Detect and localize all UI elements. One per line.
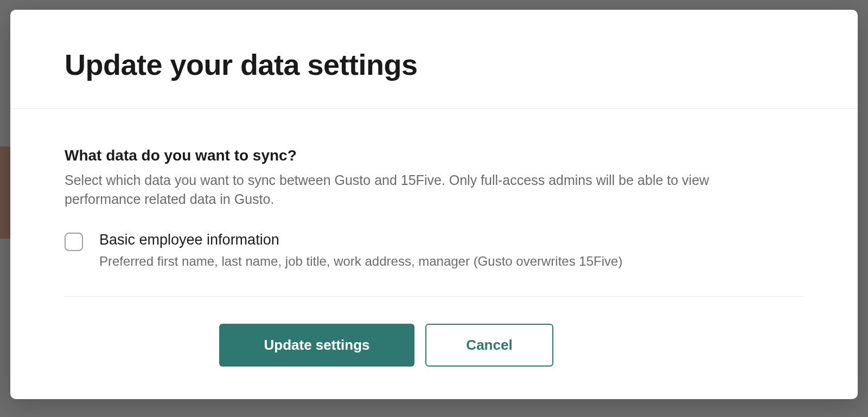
sync-option-sublabel: Preferred first name, last name, job tit… <box>99 254 803 269</box>
sync-section-description: Select which data you want to sync betwe… <box>65 171 743 209</box>
update-data-settings-modal: Update your data settings What data do y… <box>10 10 858 399</box>
sync-option-row: Basic employee information Preferred fir… <box>65 232 803 296</box>
basic-employee-info-checkbox[interactable] <box>65 233 83 251</box>
cancel-button[interactable]: Cancel <box>425 324 553 367</box>
sync-option-label: Basic employee information <box>99 232 803 248</box>
modal-body: What data do you want to sync? Select wh… <box>10 109 858 296</box>
sync-option-content: Basic employee information Preferred fir… <box>99 232 803 269</box>
modal-title: Update your data settings <box>65 48 803 81</box>
update-settings-button[interactable]: Update settings <box>219 324 414 367</box>
modal-header: Update your data settings <box>10 10 858 109</box>
modal-footer: Update settings Cancel <box>65 296 803 399</box>
modal-overlay: Update your data settings What data do y… <box>0 0 868 417</box>
sync-section-heading: What data do you want to sync? <box>65 147 803 164</box>
